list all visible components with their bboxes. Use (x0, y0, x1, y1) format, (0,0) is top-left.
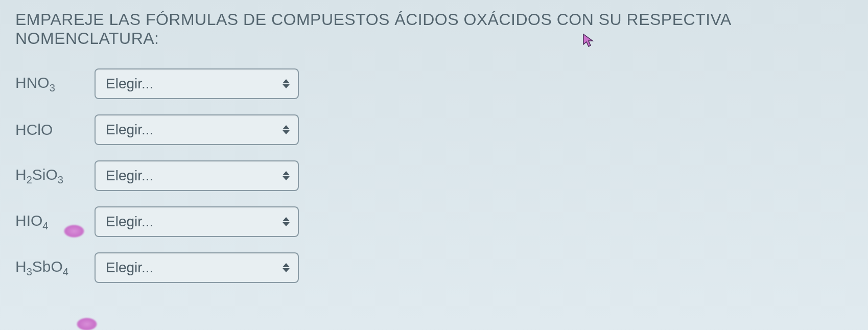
match-row: HClO Elegir... (15, 114, 853, 145)
formula-label-hno3: HNO3 (15, 74, 95, 94)
marker-dot-icon (77, 318, 97, 330)
match-container: HNO3 Elegir... HClO Elegir... H2SiO3 Ele… (15, 68, 853, 283)
select-hio4[interactable]: Elegir... (95, 206, 299, 237)
select-wrapper: Elegir... (95, 160, 299, 191)
select-h2sio3[interactable]: Elegir... (95, 160, 299, 191)
question-title: EMPAREJE LAS FÓRMULAS DE COMPUESTOS ÁCID… (15, 10, 853, 48)
select-wrapper: Elegir... (95, 206, 299, 237)
match-row: H3SbO4 Elegir... (15, 252, 853, 283)
select-wrapper: Elegir... (95, 68, 299, 99)
select-h3sbo4[interactable]: Elegir... (95, 252, 299, 283)
match-row: HNO3 Elegir... (15, 68, 853, 99)
formula-label-h3sbo4: H3SbO4 (15, 258, 95, 278)
cursor-icon (582, 33, 595, 49)
select-wrapper: Elegir... (95, 252, 299, 283)
select-hclo[interactable]: Elegir... (95, 114, 299, 145)
marker-dot-icon (64, 225, 84, 238)
match-row: HIO4 Elegir... (15, 206, 853, 237)
formula-label-hclo: HClO (15, 121, 95, 138)
select-wrapper: Elegir... (95, 114, 299, 145)
match-row: H2SiO3 Elegir... (15, 160, 853, 191)
formula-label-h2sio3: H2SiO3 (15, 166, 95, 186)
select-hno3[interactable]: Elegir... (95, 68, 299, 99)
